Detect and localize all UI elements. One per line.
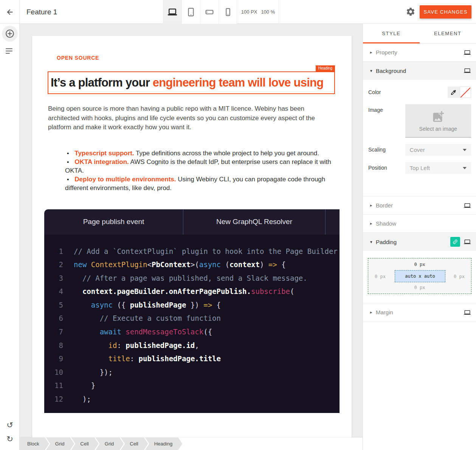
feature-list-item: •Typescript support. Type definitions ac…	[65, 149, 335, 158]
line-number: 4	[44, 285, 63, 298]
image-label: Image	[368, 104, 405, 113]
code-text: }	[74, 379, 95, 393]
position-select[interactable]: Top Left	[405, 162, 471, 174]
line-number: 9	[44, 352, 63, 366]
heading-dark-text: It’s a platform your	[51, 76, 153, 89]
breadcrumb-item-block[interactable]: Block	[20, 438, 49, 450]
chevron-right-icon: ▸	[370, 221, 375, 226]
code-tab: New GraphQL Resolver	[183, 209, 326, 235]
feature-list[interactable]: •Typescript support. Type definitions ac…	[65, 149, 335, 192]
caret-down-icon	[463, 149, 467, 151]
intro-paragraph[interactable]: Being open source is more than having a …	[48, 104, 335, 132]
section-margin[interactable]: ▸ Margin	[363, 303, 476, 322]
navigator-button[interactable]	[6, 48, 14, 56]
heading-accent-text: engineering team will love using	[153, 76, 324, 89]
code-text: await sendMessageToSlack({	[74, 325, 212, 339]
device-mobile-portrait-button[interactable]	[219, 0, 237, 24]
code-text: });	[74, 366, 113, 379]
mobile-portrait-icon	[223, 7, 233, 17]
code-line: 1// Add a `ContextPlugin` plugin to hook…	[44, 245, 340, 258]
zoom-level-value: 100 %	[261, 9, 275, 15]
desktop-icon	[167, 7, 178, 17]
line-number: 3	[44, 272, 63, 285]
eyedropper-icon	[450, 89, 457, 96]
desktop-indicator-icon	[464, 309, 471, 316]
breadcrumb-item-cell[interactable]: Cell	[71, 438, 98, 450]
color-label: Color	[368, 87, 405, 95]
feature-list-item: •Deploy to multiple environments. Using …	[65, 175, 335, 192]
code-line: 11 }	[44, 379, 340, 393]
code-line: 6 // Execute a custom function	[44, 312, 340, 325]
breadcrumb-item-grid[interactable]: Grid	[96, 438, 124, 450]
section-shadow[interactable]: ▸ Shadow	[363, 215, 476, 233]
line-number: 1	[44, 245, 63, 258]
redo-icon: ↻	[6, 435, 13, 444]
section-background[interactable]: ▾ Background	[363, 62, 476, 80]
code-text: async ({ publishedPage }) => {	[74, 298, 221, 312]
viewport-zoom-readout: 100 PX 100 %	[237, 0, 279, 24]
plus-circle-icon	[5, 29, 15, 39]
device-tablet-button[interactable]	[181, 0, 200, 24]
breadcrumb-item-heading[interactable]: Heading	[145, 438, 182, 450]
chevron-right-icon: ▸	[370, 203, 375, 208]
redo-button[interactable]: ↻	[6, 435, 13, 443]
padding-editor: 0 px 0 px auto x auto 0 px 0 px	[363, 251, 476, 303]
code-line: 5 async ({ publishedPage }) => {	[44, 298, 340, 312]
page-heading[interactable]: It’s a platform your engineering team wi…	[48, 72, 334, 93]
scaling-select[interactable]: Cover	[405, 144, 471, 156]
feature-text: Type definitions across the whole projec…	[134, 150, 319, 157]
settings-button[interactable]	[405, 7, 416, 17]
color-picker-button[interactable]	[448, 87, 459, 98]
color-swatch-group	[448, 87, 471, 98]
breadcrumb-item-cell[interactable]: Cell	[121, 438, 148, 450]
code-line: 12 );	[44, 393, 340, 406]
line-number: 10	[44, 366, 63, 379]
desktop-indicator-icon	[464, 49, 471, 56]
code-snippet-block[interactable]: Page publish eventNew GraphQL Resolver 1…	[44, 209, 340, 413]
breadcrumb-item-grid[interactable]: Grid	[46, 438, 74, 450]
save-changes-button[interactable]: SAVE CHANGES	[420, 5, 471, 19]
gear-icon	[406, 7, 416, 17]
code-text: // Add a `ContextPlugin` plugin to hook …	[74, 245, 338, 258]
device-mobile-landscape-button[interactable]	[200, 0, 219, 24]
link-icon	[452, 239, 458, 245]
tab-element[interactable]: ELEMENT	[420, 24, 476, 43]
bullet-icon: •	[67, 150, 69, 156]
link-values-button[interactable]	[450, 237, 460, 247]
chevron-right-icon: ▸	[370, 310, 375, 315]
padding-bottom-value[interactable]: 0 px	[368, 285, 471, 290]
back-button[interactable]	[0, 0, 20, 24]
padding-right-value[interactable]: 0 px	[454, 274, 465, 279]
element-size-value[interactable]: auto x auto	[395, 270, 445, 282]
page-title: Feature 1	[26, 0, 57, 24]
code-text: title: publishedPage.title	[74, 352, 221, 366]
undo-button[interactable]: ↺	[6, 421, 13, 429]
breadcrumb: BlockGridCellGridCellHeading	[20, 438, 363, 450]
padding-left-value[interactable]: 0 px	[375, 274, 386, 279]
topbar: Feature 1	[0, 0, 476, 24]
section-border[interactable]: ▸ Border	[363, 196, 476, 215]
code-tab-partial	[326, 209, 340, 235]
editor-canvas[interactable]: OPEN SOURCE Heading It’s a platform your…	[20, 24, 363, 450]
add-element-button[interactable]	[2, 26, 18, 42]
select-image-button[interactable]: Select an image	[405, 104, 471, 138]
feature-lead: OKTA integration.	[74, 158, 129, 165]
section-property[interactable]: ▸ Property	[363, 43, 476, 62]
device-desktop-button[interactable]	[163, 0, 181, 24]
caret-down-icon	[463, 167, 467, 169]
padding-box-model: 0 px 0 px auto x auto 0 px 0 px	[368, 258, 471, 294]
kicker-label[interactable]: OPEN SOURCE	[57, 55, 352, 61]
no-color-button[interactable]	[460, 87, 471, 98]
line-number: 2	[44, 258, 63, 272]
desktop-indicator-icon	[464, 67, 471, 74]
padding-top-value[interactable]: 0 px	[368, 262, 471, 267]
undo-icon: ↺	[6, 421, 13, 430]
code-text: context.pageBuilder.onAfterPagePublish.s…	[74, 285, 294, 298]
selected-heading-element[interactable]: Heading It’s a platform your engineering…	[48, 71, 335, 94]
history-buttons: ↺ ↻	[0, 421, 20, 443]
feature-lead: Deploy to multiple environments.	[74, 176, 176, 183]
section-padding[interactable]: ▾ Padding	[363, 233, 476, 251]
tab-style[interactable]: STYLE	[363, 24, 420, 43]
style-panel: STYLE ELEMENT ▸ Property ▾ Background Co…	[363, 24, 476, 450]
line-number: 7	[44, 325, 63, 339]
